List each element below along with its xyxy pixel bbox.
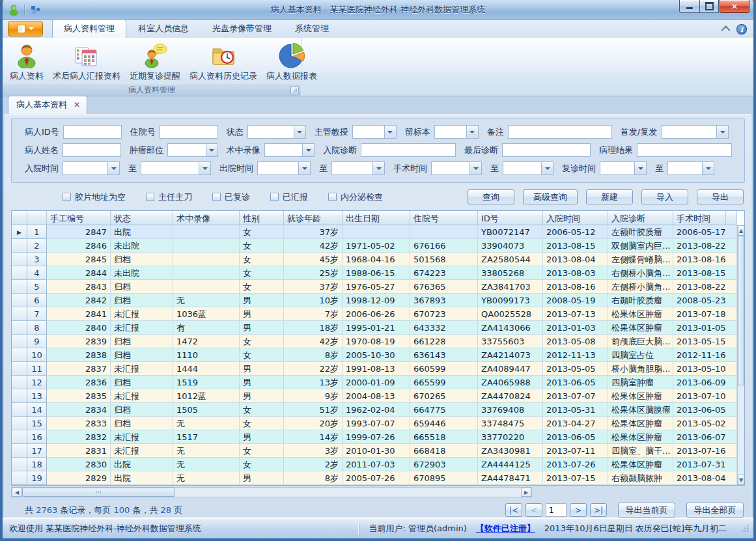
search-input-pathology[interactable] <box>637 143 732 157</box>
combo-dropdown-button[interactable] <box>702 162 714 174</box>
combo-dropdown-button[interactable] <box>107 162 119 174</box>
table-row-11[interactable]: 112837未汇报1444男22岁1991-08-13660599ZA40894… <box>12 362 737 376</box>
table-row-4[interactable]: 42844未出院女25岁1988-06-15674223338052682013… <box>12 266 737 280</box>
combo-input-revisit_date_to[interactable] <box>668 162 702 174</box>
search-combo-first_recur[interactable] <box>661 125 729 139</box>
horizontal-scrollbar[interactable]: ◀ ▶ <box>11 487 532 497</box>
table-row-15[interactable]: 152833归档无女20岁1993-07-0765944633748475201… <box>12 417 737 430</box>
combo-input-op_date_to[interactable] <box>503 162 541 174</box>
ribbon-action-3[interactable]: 病人资料历史记录 <box>185 40 262 83</box>
layout-grid-icon[interactable] <box>31 5 41 15</box>
combo-dropdown-button[interactable] <box>199 162 210 174</box>
combo-input-in_date_to[interactable] <box>141 162 199 174</box>
ribbon-tab-3[interactable]: 系统管理 <box>283 20 341 38</box>
resize-grip-icon[interactable] <box>741 524 749 533</box>
table-row-8[interactable]: 82840未汇报有男18岁1995-01-21643332ZA414306620… <box>12 321 737 335</box>
search-input-final_diag[interactable] <box>502 143 591 157</box>
maximize-button[interactable] <box>699 0 719 13</box>
table-row-2[interactable]: 22846未出院女42岁1971-05-02676166339040732013… <box>12 239 737 253</box>
grid-header-12[interactable]: 手术时间 <box>673 211 726 225</box>
grid-header-0[interactable] <box>12 211 27 225</box>
grid-header-2[interactable]: 手工编号 <box>47 211 111 225</box>
table-row-6[interactable]: 62842归档无男10岁1998-12-09367893YB0099173200… <box>12 294 737 307</box>
table-row-13[interactable]: 132835未汇报1012蓝男9岁2004-08-13670265ZA44708… <box>12 389 737 403</box>
search-input-admission_diag[interactable] <box>361 143 456 157</box>
search-combo-op_date_to[interactable] <box>503 161 553 175</box>
search-combo-specimen[interactable] <box>434 125 479 139</box>
ribbon-tab-0[interactable]: 病人资料管理 <box>52 20 126 38</box>
combo-input-status[interactable] <box>248 126 294 138</box>
combo-input-specimen[interactable] <box>435 126 466 138</box>
ribbon-action-2[interactable]: 近期复诊提醒 <box>125 40 185 83</box>
search-combo-out_date_from[interactable] <box>257 161 311 175</box>
export-current-page-button[interactable]: 导出当前页 <box>618 503 675 518</box>
search-input-patient_name[interactable] <box>63 143 121 157</box>
grid-header-1[interactable] <box>27 211 47 225</box>
query-button[interactable]: 查询 <box>468 189 514 204</box>
combo-dropdown-button[interactable] <box>469 162 481 174</box>
app-menu-button[interactable] <box>8 21 43 36</box>
grid-header-11[interactable]: 入院诊断 <box>608 211 673 225</box>
combo-input-in_date_from[interactable] <box>63 162 107 174</box>
vertical-scroll-track[interactable] <box>738 385 744 475</box>
search-combo-tumor_site[interactable] <box>167 143 218 157</box>
grid-header-8[interactable]: 住院号 <box>410 211 478 225</box>
combo-input-first_recur[interactable] <box>662 126 716 138</box>
grid-header-3[interactable]: 状态 <box>111 211 173 225</box>
search-input-patient_id[interactable] <box>63 125 122 139</box>
table-row-9[interactable]: 92839归档1472女42岁1970-08-19661228337556032… <box>12 335 737 348</box>
collapse-ribbon-icon[interactable] <box>721 25 731 35</box>
search-combo-op_date_from[interactable] <box>431 161 482 175</box>
combo-input-professor[interactable] <box>353 126 384 138</box>
combo-dropdown-button[interactable] <box>466 126 478 138</box>
table-row-3[interactable]: 32845归档女45岁1968-04-16501568ZA25805442013… <box>12 253 737 266</box>
horizontal-scroll-track[interactable] <box>175 488 521 497</box>
vertical-scrollbar[interactable]: ▲ ▼ <box>737 225 744 485</box>
export-button[interactable]: 导出 <box>697 189 744 204</box>
checkbox-endocrine_check[interactable]: 内分泌检查 <box>328 191 383 203</box>
table-row-7[interactable]: 72841未汇报1036蓝男7岁2006-06-26670723QA002552… <box>12 307 737 321</box>
ribbon-action-0[interactable]: 病人资料 <box>5 40 48 83</box>
grid-header-10[interactable]: 入院时间 <box>543 211 608 225</box>
checkbox-film_addr_empty[interactable]: 胶片地址为空 <box>63 191 126 203</box>
table-row-17[interactable]: 172831未汇报无女3岁2010-01-30668418ZA343098120… <box>12 444 737 458</box>
tab-close-icon[interactable]: ✕ <box>74 101 80 109</box>
search-input-remark[interactable] <box>508 125 612 139</box>
last-page-button[interactable]: >| <box>590 503 607 517</box>
table-row-19[interactable]: 192829出院无男8岁2005-07-26670895ZA4478471201… <box>12 471 737 485</box>
close-button[interactable]: × <box>720 0 749 13</box>
combo-input-tumor_site[interactable] <box>168 144 206 156</box>
search-combo-op_video[interactable] <box>264 143 315 157</box>
checkbox-reported[interactable]: 已汇报 <box>270 191 308 203</box>
scroll-right-icon[interactable]: ▶ <box>521 488 531 497</box>
ribbon-action-4[interactable]: 病人数据报表 <box>262 40 322 83</box>
adv_query-button[interactable]: 高级查询 <box>523 189 578 204</box>
first-page-button[interactable]: |< <box>505 503 522 517</box>
table-row-5[interactable]: 52843归档女37岁1976-05-27676365ZA38417032013… <box>12 280 737 294</box>
scroll-up-icon[interactable]: ▲ <box>738 225 744 236</box>
combo-dropdown-button[interactable] <box>634 162 646 174</box>
ribbon-action-1[interactable]: 术后病人汇报资料 <box>48 40 125 83</box>
combo-input-op_video[interactable] <box>265 144 303 156</box>
search-combo-status[interactable] <box>247 125 306 139</box>
page-number-input[interactable] <box>546 503 567 517</box>
combo-dropdown-button[interactable] <box>716 126 728 138</box>
ribbon-tab-1[interactable]: 科室人员信息 <box>126 20 201 38</box>
table-row-14[interactable]: 142834归档1505女51岁1962-02-0466477533769408… <box>12 403 737 417</box>
minimize-button[interactable] <box>679 0 699 13</box>
scroll-left-icon[interactable]: ◀ <box>12 488 22 497</box>
checkbox-chief_surgeon[interactable]: 主任主刀 <box>146 191 192 203</box>
combo-input-op_date_from[interactable] <box>432 162 469 174</box>
registered-link[interactable]: 【软件已注册】 <box>476 523 535 534</box>
prev-page-button[interactable]: < <box>525 503 542 517</box>
ribbon-tab-2[interactable]: 光盘录像带管理 <box>201 20 283 38</box>
search-combo-revisit_date_from[interactable] <box>600 161 647 175</box>
scroll-down-icon[interactable]: ▼ <box>738 475 744 485</box>
grid-header-4[interactable]: 术中录像 <box>173 211 240 225</box>
export-all-pages-button[interactable]: 导出全部页 <box>686 503 744 518</box>
grid-header-6[interactable]: 就诊年龄 <box>284 211 343 225</box>
search-combo-out_date_to[interactable] <box>331 161 385 175</box>
table-row-16[interactable]: 162832未汇报1517男14岁1999-07-266655183377022… <box>12 430 737 444</box>
import-button[interactable]: 导入 <box>641 189 688 204</box>
combo-dropdown-button[interactable] <box>294 126 305 138</box>
